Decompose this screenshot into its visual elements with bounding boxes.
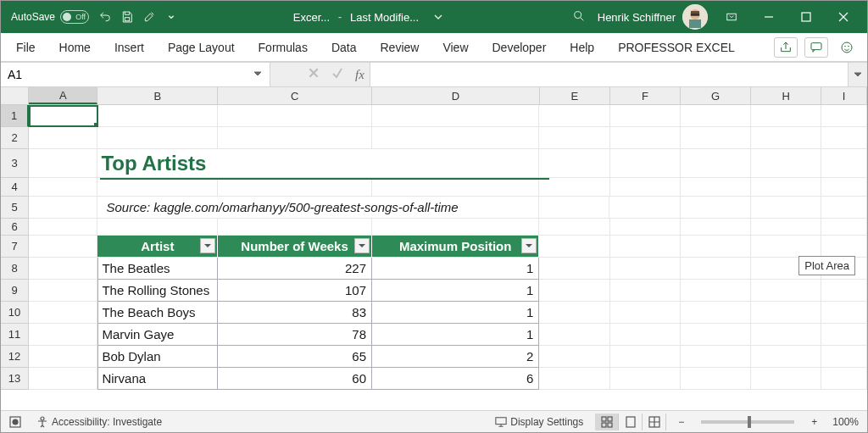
cell[interactable] xyxy=(29,219,97,236)
col-header-C[interactable]: C xyxy=(218,87,372,104)
cell[interactable] xyxy=(372,105,539,127)
cell[interactable] xyxy=(821,149,867,178)
close-button[interactable] xyxy=(825,4,862,30)
zoom-in-button[interactable]: + xyxy=(808,416,821,428)
table-cell[interactable]: Nirvana xyxy=(97,368,218,390)
col-header-B[interactable]: B xyxy=(97,87,218,104)
enter-formula-icon[interactable] xyxy=(331,67,343,82)
cell[interactable] xyxy=(681,197,751,219)
cell[interactable] xyxy=(218,219,372,236)
col-header-D[interactable]: D xyxy=(372,87,540,104)
undo-icon[interactable] xyxy=(94,6,116,28)
cell[interactable] xyxy=(539,127,609,149)
table-cell[interactable]: The Beach Boys xyxy=(97,302,218,324)
cell[interactable] xyxy=(821,127,867,149)
tab-home[interactable]: Home xyxy=(49,36,101,59)
table-cell[interactable]: 6 xyxy=(372,368,539,390)
row-header-10[interactable]: 10 xyxy=(1,302,29,324)
cell[interactable] xyxy=(751,302,821,324)
table-header-artist[interactable]: Artist xyxy=(97,236,218,258)
cell[interactable] xyxy=(681,149,751,178)
cell[interactable] xyxy=(751,368,821,390)
cell[interactable] xyxy=(610,258,681,280)
grid-body[interactable]: 1 2 3 Top Artists 4 5 Source: kaggle.com… xyxy=(1,105,867,410)
tab-insert[interactable]: Insert xyxy=(104,36,154,59)
col-header-E[interactable]: E xyxy=(540,87,610,104)
row-header-6[interactable]: 6 xyxy=(1,219,29,236)
row-header-5[interactable]: 5 xyxy=(1,197,29,219)
col-header-I[interactable]: I xyxy=(821,87,867,104)
cell[interactable] xyxy=(539,302,609,324)
cell[interactable] xyxy=(821,302,867,324)
tab-developer[interactable]: Developer xyxy=(482,36,557,59)
cell[interactable] xyxy=(539,280,609,302)
cell[interactable] xyxy=(29,258,97,280)
cell[interactable] xyxy=(821,105,867,127)
tab-formulas[interactable]: Formulas xyxy=(248,36,318,59)
col-header-H[interactable]: H xyxy=(751,87,821,104)
cell[interactable] xyxy=(97,219,218,236)
cell[interactable] xyxy=(751,105,821,127)
cell[interactable] xyxy=(681,346,751,368)
cell[interactable] xyxy=(751,149,821,178)
cell[interactable] xyxy=(751,280,821,302)
name-box[interactable]: A1 xyxy=(1,63,270,86)
table-cell[interactable]: Bob Dylan xyxy=(97,346,218,368)
table-cell[interactable]: 78 xyxy=(218,324,372,346)
cell[interactable] xyxy=(218,149,372,178)
table-cell[interactable]: 83 xyxy=(218,302,372,324)
col-header-F[interactable]: F xyxy=(610,87,681,104)
accessibility-status[interactable]: Accessibility: Investigate xyxy=(33,416,165,428)
table-cell[interactable]: 1 xyxy=(372,302,539,324)
filter-button-weeks[interactable] xyxy=(354,238,370,253)
name-box-dropdown-icon[interactable] xyxy=(253,68,266,81)
cancel-formula-icon[interactable] xyxy=(308,67,320,82)
cell[interactable] xyxy=(821,346,867,368)
row-header-8[interactable]: 8 xyxy=(1,258,29,280)
row-header-2[interactable]: 2 xyxy=(1,127,29,149)
cell[interactable] xyxy=(609,197,680,219)
table-cell[interactable]: Marvin Gaye xyxy=(97,324,218,346)
table-cell[interactable]: 65 xyxy=(218,346,372,368)
cell[interactable] xyxy=(539,346,609,368)
tab-review[interactable]: Review xyxy=(370,36,430,59)
cell[interactable] xyxy=(751,324,821,346)
tab-page-layout[interactable]: Page Layout xyxy=(158,36,245,59)
cell[interactable] xyxy=(372,219,539,236)
cell[interactable] xyxy=(681,127,751,149)
formula-input[interactable] xyxy=(370,63,849,86)
table-cell[interactable]: 227 xyxy=(218,258,372,280)
cell[interactable] xyxy=(29,346,97,368)
table-cell[interactable]: 2 xyxy=(372,346,539,368)
cell[interactable] xyxy=(751,178,821,197)
row-header-7[interactable]: 7 xyxy=(1,236,29,258)
share-icon[interactable] xyxy=(774,37,798,58)
cell[interactable] xyxy=(681,219,751,236)
fx-label[interactable]: fx xyxy=(350,63,370,86)
minimize-button[interactable] xyxy=(750,4,787,30)
cell[interactable] xyxy=(539,368,609,390)
zoom-out-button[interactable]: − xyxy=(675,416,687,428)
cell-A1[interactable] xyxy=(29,105,97,127)
search-icon[interactable] xyxy=(560,9,598,25)
autosave-switch[interactable]: Off xyxy=(60,10,89,24)
tab-data[interactable]: Data xyxy=(321,36,367,59)
row-header-4[interactable]: 4 xyxy=(1,178,29,197)
col-header-A[interactable]: A xyxy=(29,87,97,104)
autosave-toggle[interactable]: AutoSave Off xyxy=(6,10,94,24)
cell[interactable] xyxy=(821,280,867,302)
cell[interactable] xyxy=(681,302,751,324)
row-header-12[interactable]: 12 xyxy=(1,346,29,368)
brush-icon[interactable] xyxy=(138,6,160,28)
avatar[interactable] xyxy=(682,4,708,30)
view-page-layout-icon[interactable] xyxy=(619,414,643,430)
cell[interactable] xyxy=(681,368,751,390)
cell[interactable] xyxy=(539,219,609,236)
table-cell[interactable]: 60 xyxy=(218,368,372,390)
table-header-maxpos[interactable]: Maximum Position xyxy=(372,236,539,258)
cell[interactable] xyxy=(218,105,372,127)
cell[interactable] xyxy=(610,178,681,197)
cell[interactable] xyxy=(372,149,539,178)
tab-help[interactable]: Help xyxy=(559,36,604,59)
cell[interactable] xyxy=(751,219,821,236)
